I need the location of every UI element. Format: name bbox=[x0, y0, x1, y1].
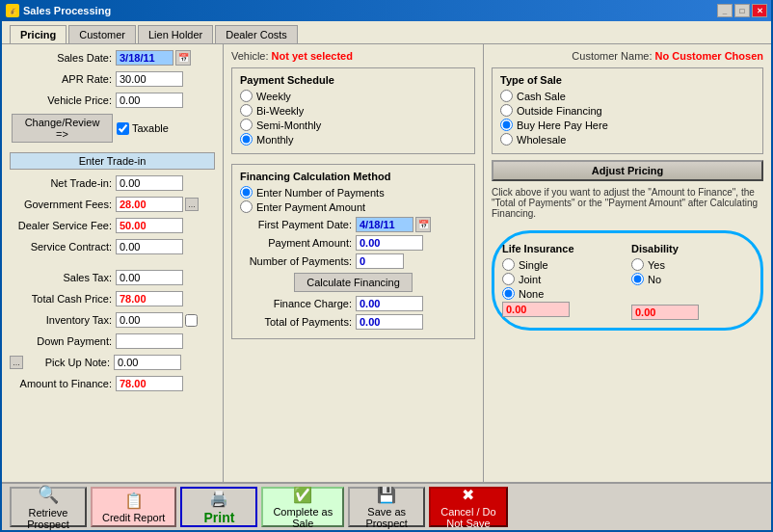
amount-finance-input[interactable] bbox=[116, 376, 183, 391]
dealer-service-label: Dealer Service Fee: bbox=[10, 220, 116, 231]
cancel-button[interactable]: ✖ Cancel / DoNot Save bbox=[429, 487, 507, 527]
radio-enter-payments-input[interactable] bbox=[240, 186, 253, 199]
net-trade-label: Net Trade-in: bbox=[10, 177, 116, 189]
sales-tax-input[interactable] bbox=[116, 270, 183, 285]
total-payments-row: Total of Payments: bbox=[240, 314, 466, 330]
radio-enter-amount-label: Enter Payment Amount bbox=[256, 201, 365, 213]
vehicle-price-label: Vehicle Price: bbox=[10, 94, 116, 106]
radio-monthly-input[interactable] bbox=[240, 133, 253, 146]
radio-biweekly-input[interactable] bbox=[240, 104, 253, 117]
taxable-checkbox[interactable] bbox=[117, 122, 129, 135]
radio-weekly-input[interactable] bbox=[240, 90, 253, 102]
total-cash-label: Total Cash Price: bbox=[10, 293, 116, 305]
vehicle-prefix: Vehicle: bbox=[231, 50, 272, 62]
save-prospect-label: Save asProspect bbox=[365, 506, 407, 529]
dealer-service-input[interactable] bbox=[116, 218, 183, 233]
adjust-pricing-button[interactable]: Adjust Pricing bbox=[492, 160, 763, 181]
tab-lien-holder[interactable]: Lien Holder bbox=[138, 25, 213, 43]
vehicle-price-input[interactable] bbox=[116, 93, 183, 108]
apr-rate-label: APR Rate: bbox=[10, 73, 116, 85]
radio-biweekly: Bi-Weekly bbox=[240, 104, 466, 117]
maximize-button[interactable]: □ bbox=[734, 4, 750, 17]
finance-charge-row: Finance Charge: bbox=[240, 296, 466, 311]
tab-dealer-costs[interactable]: Dealer Costs bbox=[215, 25, 298, 43]
total-cash-input[interactable] bbox=[116, 291, 183, 306]
radio-monthly: Monthly bbox=[240, 133, 466, 146]
retrieve-prospect-button[interactable]: 🔍 RetrieveProspect bbox=[10, 487, 87, 527]
print-button[interactable]: 🖨️ Print bbox=[180, 487, 257, 527]
change-review-button[interactable]: Change/Review => bbox=[12, 114, 113, 143]
disability-amount-input[interactable] bbox=[631, 305, 699, 320]
radio-single-input[interactable] bbox=[502, 258, 515, 271]
vehicle-price-row: Vehicle Price: bbox=[10, 93, 215, 108]
customer-value: No Customer Chosen bbox=[655, 50, 763, 62]
sales-date-label: Sales Date: bbox=[10, 52, 116, 64]
first-payment-date-input[interactable] bbox=[356, 217, 413, 232]
inventory-tax-checkbox[interactable] bbox=[185, 314, 198, 327]
cancel-label: Cancel / DoNot Save bbox=[440, 506, 495, 529]
total-payments-input[interactable] bbox=[356, 314, 423, 330]
total-cash-row: Total Cash Price: bbox=[10, 291, 215, 306]
radio-cash-sale-input[interactable] bbox=[500, 90, 513, 102]
tab-bar: Pricing Customer Lien Holder Dealer Cost… bbox=[2, 21, 771, 44]
insurance-oval-section: Life Insurance Single Joint None bbox=[492, 230, 763, 331]
radio-none-input[interactable] bbox=[502, 287, 515, 300]
radio-wholesale-input[interactable] bbox=[500, 133, 513, 146]
customer-bar: Customer Name: No Customer Chosen bbox=[492, 50, 763, 62]
net-trade-row: Net Trade-in: bbox=[10, 175, 215, 191]
trade-in-header[interactable]: Enter Trade-in bbox=[10, 152, 215, 170]
service-contract-input[interactable] bbox=[116, 239, 183, 254]
window-title: Sales Processing bbox=[23, 5, 111, 16]
vehicle-bar: Vehicle: Not yet selected bbox=[231, 50, 475, 62]
calculate-financing-button[interactable]: Calculate Financing bbox=[294, 273, 413, 292]
radio-disability-yes-input[interactable] bbox=[631, 258, 644, 271]
radio-enter-amount-input[interactable] bbox=[240, 200, 253, 213]
vehicle-value: Not yet selected bbox=[272, 50, 353, 62]
radio-outside-financing-input[interactable] bbox=[500, 104, 513, 117]
radio-disability-yes-label: Yes bbox=[648, 259, 665, 271]
finance-charge-input[interactable] bbox=[356, 296, 423, 311]
credit-report-icon: 📋 bbox=[124, 492, 144, 510]
life-insurance-amount-input[interactable] bbox=[502, 302, 570, 317]
radio-joint-input[interactable] bbox=[502, 273, 515, 285]
down-payment-input[interactable] bbox=[116, 333, 183, 349]
sales-date-input[interactable] bbox=[116, 50, 173, 66]
close-button[interactable]: ✕ bbox=[752, 4, 767, 17]
radio-cash-sale-label: Cash Sale bbox=[517, 91, 566, 102]
window-icon: 💰 bbox=[6, 4, 19, 17]
radio-semimonthly-label: Semi-Monthly bbox=[256, 120, 321, 131]
tab-pricing[interactable]: Pricing bbox=[10, 25, 67, 43]
gov-fees-input[interactable] bbox=[116, 197, 183, 212]
radio-disability-no-input[interactable] bbox=[631, 273, 644, 285]
first-payment-date-row: First Payment Date: 📅 bbox=[240, 217, 466, 232]
customer-prefix: Customer Name: bbox=[572, 50, 654, 62]
credit-report-label: Credit Report bbox=[102, 512, 165, 523]
life-insurance-title: Life Insurance bbox=[502, 243, 624, 254]
type-of-sale-title: Type of Sale bbox=[500, 74, 755, 86]
save-as-prospect-button[interactable]: 💾 Save asProspect bbox=[348, 487, 425, 527]
tab-customer[interactable]: Customer bbox=[68, 25, 136, 43]
type-of-sale-group: Type of Sale Cash Sale Outside Financing… bbox=[492, 67, 763, 154]
service-contract-label: Service Contract: bbox=[10, 241, 116, 253]
radio-single: Single bbox=[502, 258, 624, 271]
pickup-note-input[interactable] bbox=[114, 355, 181, 370]
credit-report-button[interactable]: 📋 Credit Report bbox=[91, 487, 176, 527]
first-payment-calendar-icon[interactable]: 📅 bbox=[415, 217, 431, 232]
inventory-tax-input[interactable] bbox=[116, 312, 183, 328]
amount-finance-row: Amount to Finance: bbox=[10, 376, 215, 391]
radio-outside-financing: Outside Financing bbox=[500, 104, 755, 117]
apr-rate-input[interactable] bbox=[116, 71, 183, 87]
disability-col: Disability Yes No bbox=[631, 243, 753, 320]
minimize-button[interactable]: _ bbox=[717, 4, 733, 17]
payment-amount-input[interactable] bbox=[356, 235, 423, 251]
radio-buy-here-input[interactable] bbox=[500, 119, 513, 131]
gov-fees-ellipsis-button[interactable]: … bbox=[185, 198, 199, 211]
pickup-note-ellipsis-button[interactable]: … bbox=[10, 356, 23, 369]
calendar-icon[interactable]: 📅 bbox=[175, 50, 191, 66]
net-trade-input[interactable] bbox=[116, 175, 183, 191]
radio-semimonthly-input[interactable] bbox=[240, 119, 253, 131]
num-payments-input[interactable] bbox=[356, 253, 404, 269]
life-insurance-col: Life Insurance Single Joint None bbox=[502, 243, 624, 320]
total-payments-label: Total of Payments: bbox=[240, 316, 356, 328]
complete-as-sale-button[interactable]: ✅ Complete asSale bbox=[261, 487, 344, 527]
